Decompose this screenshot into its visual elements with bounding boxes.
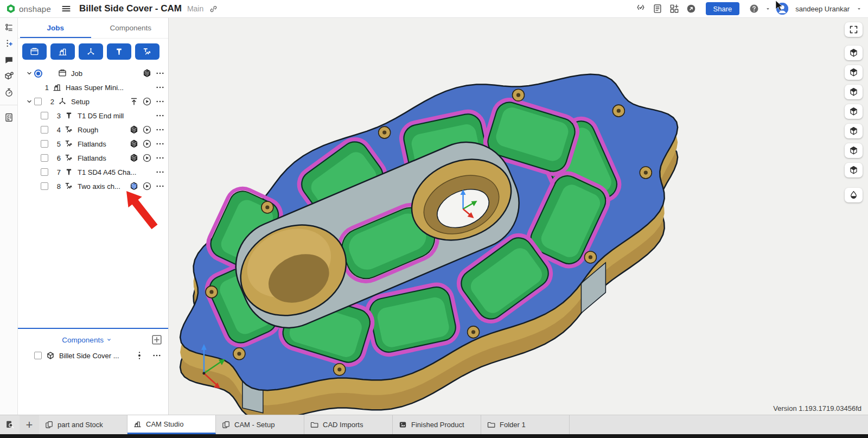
billet-side-cover-model[interactable] bbox=[169, 18, 868, 415]
tree-row-rough[interactable]: 4Rough bbox=[18, 123, 168, 137]
tree-row-t1-d5-end-mill[interactable]: 3T1 D5 End mill bbox=[18, 109, 168, 123]
checkbox[interactable] bbox=[41, 154, 48, 162]
app-store-icon[interactable] bbox=[669, 3, 680, 14]
tab-components[interactable]: Components bbox=[93, 18, 169, 38]
checkbox[interactable] bbox=[41, 140, 48, 148]
doc-tab-finished-product[interactable]: Finished Product bbox=[393, 415, 481, 434]
doc-tab-cad-imports[interactable]: CAD Imports bbox=[304, 415, 393, 434]
play-icon[interactable] bbox=[142, 139, 152, 149]
insert-node-icon[interactable] bbox=[4, 39, 14, 49]
document-title: Billet Side Cover - CAM bbox=[79, 3, 182, 14]
tab-jobs[interactable]: Jobs bbox=[18, 18, 93, 38]
checkbox[interactable] bbox=[34, 352, 42, 359]
doc-tab-folder-1[interactable]: Folder 1 bbox=[481, 415, 570, 434]
view-cube-button-7[interactable] bbox=[845, 163, 863, 177]
share-link-icon[interactable] bbox=[209, 4, 218, 14]
setup-button[interactable] bbox=[79, 43, 103, 60]
menu-icon[interactable] bbox=[155, 125, 165, 135]
onshape-wordmark: onshape bbox=[19, 4, 51, 14]
view-cube-button-2[interactable] bbox=[845, 65, 863, 80]
machine-icon bbox=[52, 82, 62, 92]
checkbox[interactable] bbox=[34, 98, 42, 105]
search-tabs-button[interactable] bbox=[0, 415, 20, 434]
tree-row-two-axis-ch[interactable]: 8Two axis ch... bbox=[18, 179, 168, 193]
tree-row-flatlands[interactable]: 6Flatlands bbox=[18, 151, 168, 165]
job-manager-icon[interactable] bbox=[4, 22, 14, 33]
row-label: Job bbox=[71, 69, 140, 78]
components-header-label[interactable]: Components bbox=[23, 336, 151, 344]
menu-icon[interactable] bbox=[155, 181, 165, 191]
play-icon[interactable] bbox=[142, 181, 152, 191]
menu-icon[interactable] bbox=[155, 82, 165, 92]
tool-icon bbox=[63, 111, 74, 120]
checkbox[interactable] bbox=[41, 168, 48, 176]
simulation-cube-icon[interactable] bbox=[129, 125, 139, 135]
view-cube-button-5[interactable] bbox=[845, 124, 863, 138]
menu-icon[interactable] bbox=[155, 167, 165, 177]
menu-icon[interactable] bbox=[155, 153, 165, 163]
3d-viewport[interactable]: Version 1.193.1719.03456fd bbox=[169, 18, 868, 415]
menu-icon[interactable] bbox=[155, 68, 165, 78]
menu-icon[interactable] bbox=[152, 351, 162, 360]
tree-row-setup[interactable]: 2Setup bbox=[18, 94, 168, 109]
menu-icon[interactable] bbox=[155, 139, 165, 149]
checkbox[interactable] bbox=[41, 112, 48, 119]
menu-icon[interactable] bbox=[155, 97, 165, 106]
user-caret-icon[interactable] bbox=[856, 5, 863, 12]
component-row[interactable]: Billet Side Cover ... bbox=[18, 347, 168, 364]
machine-button[interactable] bbox=[50, 43, 75, 60]
simulation-cube-icon[interactable] bbox=[142, 68, 152, 78]
timer-icon[interactable] bbox=[4, 87, 14, 98]
3d-viewport-canvas[interactable] bbox=[169, 18, 868, 415]
view-cube-button-4[interactable] bbox=[845, 104, 863, 119]
toolpath-button[interactable] bbox=[135, 43, 159, 60]
main-menu-icon[interactable] bbox=[61, 3, 72, 14]
menu-icon[interactable] bbox=[155, 111, 165, 120]
checkbox[interactable] bbox=[41, 126, 48, 134]
tree-row-t1-sd4-a45-cha[interactable]: 7T1 SD4 A45 Cha... bbox=[18, 165, 168, 179]
checkbox[interactable] bbox=[41, 182, 48, 190]
model-help-icon[interactable] bbox=[4, 71, 14, 81]
folder-tab-icon bbox=[487, 420, 496, 429]
help-icon[interactable] bbox=[749, 3, 760, 14]
play-icon[interactable] bbox=[142, 97, 152, 106]
featurescript-icon[interactable] bbox=[635, 3, 646, 14]
report-icon[interactable] bbox=[4, 112, 14, 123]
play-icon[interactable] bbox=[142, 125, 152, 135]
simulation-cube-icon[interactable] bbox=[129, 139, 139, 149]
tree-row-flatlands[interactable]: 5Flatlands bbox=[18, 137, 168, 151]
doc-tab-cam-studio[interactable]: CAM Studio bbox=[127, 415, 216, 434]
add-component-button[interactable] bbox=[151, 334, 163, 346]
avatar[interactable] bbox=[776, 3, 788, 15]
new-tab-button[interactable]: + bbox=[20, 415, 39, 434]
components-section: Components Billet Side Cover ... bbox=[18, 328, 168, 415]
view-cube-button-3[interactable] bbox=[845, 85, 863, 99]
simulation-cube-icon[interactable] bbox=[129, 153, 139, 163]
shaded-view-button[interactable] bbox=[845, 188, 863, 202]
simulation-cube-icon-selected[interactable] bbox=[129, 181, 139, 191]
doc-tab-part-and-stock[interactable]: part and Stock bbox=[39, 415, 127, 434]
new-job-button[interactable] bbox=[22, 43, 47, 60]
comments-icon[interactable] bbox=[4, 55, 14, 65]
view-cube-button-1[interactable] bbox=[845, 46, 863, 60]
help-caret-icon[interactable] bbox=[764, 5, 771, 12]
release-notes-icon[interactable] bbox=[652, 3, 663, 14]
fullscreen-button[interactable] bbox=[845, 22, 863, 37]
radio-selected[interactable] bbox=[34, 69, 42, 78]
workspace-label[interactable]: Main bbox=[187, 4, 203, 13]
tree-row-haas-super-mini[interactable]: 1Haas Super Mini... bbox=[18, 80, 168, 94]
view-cube-icon bbox=[848, 48, 859, 58]
share-button[interactable]: Share bbox=[706, 2, 740, 15]
tree-row-job[interactable]: Job bbox=[18, 66, 168, 80]
origin-dots-icon[interactable] bbox=[135, 351, 144, 360]
labs-icon[interactable] bbox=[686, 3, 697, 14]
tool-button[interactable] bbox=[107, 43, 131, 60]
chevron-down-icon[interactable] bbox=[24, 97, 34, 106]
post-icon[interactable] bbox=[129, 97, 139, 106]
chevron-down-icon[interactable] bbox=[24, 69, 34, 78]
play-icon[interactable] bbox=[142, 153, 152, 163]
operations-tree: Job1Haas Super Mini...2Setup3T1 D5 End m… bbox=[18, 64, 168, 328]
view-cube-button-6[interactable] bbox=[845, 143, 863, 158]
view-cube-icon bbox=[848, 165, 859, 175]
doc-tab-cam-setup[interactable]: CAM - Setup bbox=[216, 415, 304, 434]
